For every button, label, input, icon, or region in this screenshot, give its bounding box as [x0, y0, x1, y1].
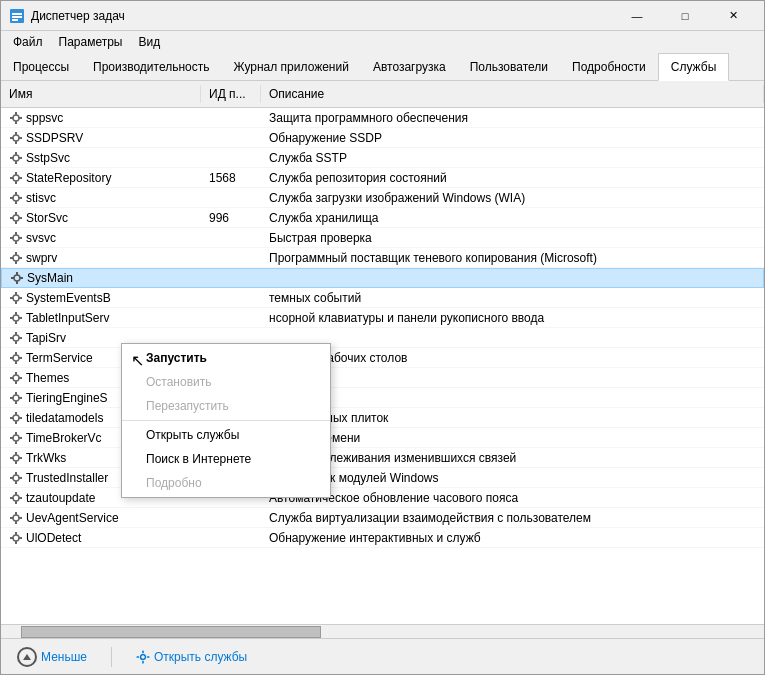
table-row[interactable]: TimeBrokerVc 1052 Брокер времени: [1, 428, 764, 448]
ctx-separator-1: [122, 420, 330, 421]
service-icon: [9, 251, 23, 265]
svg-rect-36: [15, 241, 17, 244]
row-desc: Быстрая проверка: [261, 230, 764, 246]
row-pid: [201, 257, 261, 259]
ctx-search-internet[interactable]: Поиск в Интернете: [122, 447, 330, 471]
open-services-button[interactable]: Открыть службы: [128, 646, 255, 668]
table-row[interactable]: sppsvc Защита программного обеспечения: [1, 108, 764, 128]
row-desc: Установщик модулей Windows: [261, 470, 764, 486]
svg-point-54: [13, 315, 19, 321]
title-bar: Диспетчер задач — □ ✕: [1, 1, 764, 31]
svg-rect-22: [10, 177, 13, 179]
row-pid: [201, 197, 261, 199]
ctx-start[interactable]: Запустить: [122, 346, 330, 370]
tab-services[interactable]: Службы: [658, 53, 729, 81]
row-name: swprv: [1, 250, 201, 266]
close-button[interactable]: ✕: [710, 1, 756, 31]
tab-startup[interactable]: Автозагрузка: [361, 53, 458, 80]
col-pid[interactable]: ИД п...: [201, 85, 261, 103]
svg-rect-48: [20, 277, 23, 279]
table-row[interactable]: SstpSvc Служба SSTP: [1, 148, 764, 168]
table-row[interactable]: TapiSrv: [1, 328, 764, 348]
col-desc[interactable]: Описание: [261, 85, 764, 103]
scrollbar-h-thumb[interactable]: [21, 626, 321, 638]
table-row[interactable]: svsvc Быстрая проверка: [1, 228, 764, 248]
row-desc: Клиент отслеживания изменившихся связей: [261, 450, 764, 466]
ctx-details[interactable]: Подробно: [122, 471, 330, 495]
row-pid: [201, 157, 261, 159]
svg-rect-2: [12, 16, 22, 18]
table-row[interactable]: tzautoupdate Автоматическое обновление ч…: [1, 488, 764, 508]
svg-rect-11: [15, 141, 17, 144]
row-desc: [262, 277, 763, 279]
svg-rect-20: [15, 172, 17, 175]
less-button[interactable]: Меньше: [9, 643, 95, 671]
table-row-sysmain[interactable]: SysMain: [1, 268, 764, 288]
minimize-button[interactable]: —: [614, 1, 660, 31]
table-row[interactable]: StateRepository 1568 Служба репозитория …: [1, 168, 764, 188]
svg-point-109: [13, 535, 19, 541]
svg-rect-3: [12, 19, 18, 21]
svg-rect-58: [19, 317, 22, 319]
tab-users[interactable]: Пользователи: [458, 53, 560, 80]
svg-point-39: [13, 255, 19, 261]
service-icon: [9, 491, 23, 505]
row-desc: [261, 377, 764, 379]
row-name: StateRepository: [1, 170, 201, 186]
table-row[interactable]: tiledatamodels делей данных плиток: [1, 408, 764, 428]
svg-rect-101: [15, 501, 17, 504]
table-row[interactable]: TieringEngineS: [1, 388, 764, 408]
table-row[interactable]: UlODetect Обнаружение интерактивных и сл…: [1, 528, 764, 548]
row-desc: Обнаружение SSDP: [261, 130, 764, 146]
table-row[interactable]: TermService аленных рабочих столов: [1, 348, 764, 368]
tab-processes[interactable]: Процессы: [1, 53, 81, 80]
gear-icon: [136, 650, 150, 664]
table-body[interactable]: sppsvc Защита программного обеспечения S…: [1, 108, 764, 624]
table-row[interactable]: TabletInputServ нсорной клавиатуры и пан…: [1, 308, 764, 328]
service-icon: [9, 151, 23, 165]
table-row[interactable]: SystemEventsB темных событий: [1, 288, 764, 308]
row-name: UevAgentService: [1, 510, 201, 526]
svg-rect-38: [19, 237, 22, 239]
service-icon: [9, 431, 23, 445]
svg-rect-73: [19, 377, 22, 379]
menu-parameters[interactable]: Параметры: [51, 33, 131, 51]
menu-view[interactable]: Вид: [130, 33, 168, 51]
menu-file[interactable]: Файл: [5, 33, 51, 51]
table-row[interactable]: SSDPSRV Обнаружение SSDP: [1, 128, 764, 148]
table-row[interactable]: TrustedInstaller Установщик модулей Wind…: [1, 468, 764, 488]
row-name: TabletInputServ: [1, 310, 201, 326]
open-services-label: Открыть службы: [154, 650, 247, 664]
service-icon: [9, 511, 23, 525]
maximize-button[interactable]: □: [662, 1, 708, 31]
row-name: sppsvc: [1, 110, 201, 126]
row-desc: Служба виртуализации взаимодействия с по…: [261, 510, 764, 526]
tab-details[interactable]: Подробности: [560, 53, 658, 80]
svg-rect-90: [15, 452, 17, 455]
ctx-stop[interactable]: Остановить: [122, 370, 330, 394]
service-icon: [9, 171, 23, 185]
row-desc: [261, 397, 764, 399]
col-name[interactable]: Имя: [1, 85, 201, 103]
ctx-open-services[interactable]: Открыть службы: [122, 423, 330, 447]
service-icon: [9, 451, 23, 465]
svg-rect-116: [142, 650, 144, 653]
svg-rect-33: [19, 217, 22, 219]
horizontal-scrollbar[interactable]: [1, 624, 764, 638]
tab-app-history[interactable]: Журнал приложений: [222, 53, 361, 80]
ctx-restart[interactable]: Перезапустить: [122, 394, 330, 418]
row-pid: [201, 297, 261, 299]
menu-bar: Файл Параметры Вид: [1, 31, 764, 53]
table-row[interactable]: swprv Программный поставщик теневого коп…: [1, 248, 764, 268]
row-desc: Защита программного обеспечения: [261, 110, 764, 126]
tab-performance[interactable]: Производительность: [81, 53, 221, 80]
svg-rect-65: [15, 352, 17, 355]
table-row-themes[interactable]: Themes: [1, 368, 764, 388]
service-icon: [9, 291, 23, 305]
svg-rect-71: [15, 381, 17, 384]
table-row[interactable]: stisvc Служба загрузки изображений Windo…: [1, 188, 764, 208]
table-row[interactable]: StorSvc 996 Служба хранилища: [1, 208, 764, 228]
svg-point-84: [13, 435, 19, 441]
table-row[interactable]: TrkWks 996 Клиент отслеживания изменивши…: [1, 448, 764, 468]
table-row[interactable]: UevAgentService Служба виртуализации вза…: [1, 508, 764, 528]
